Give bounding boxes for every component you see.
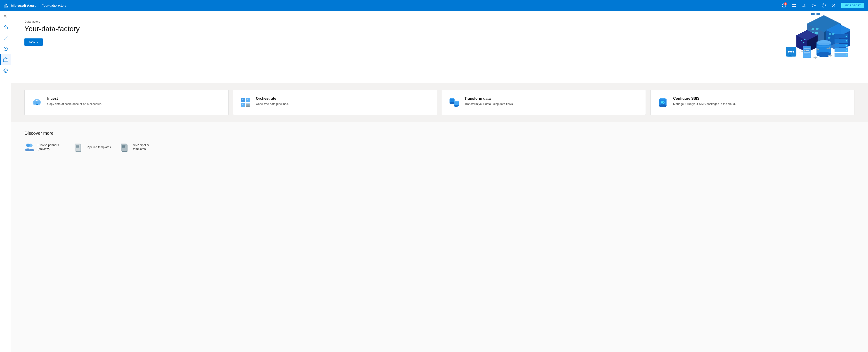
hero-title: Your-data-factory [24, 25, 855, 33]
svg-rect-20 [816, 28, 819, 30]
card-transform-title: Transform data [465, 96, 514, 100]
svg-rect-61 [804, 49, 810, 49]
pipeline-templates-icon [74, 142, 84, 152]
new-button-chevron: ▾ [37, 41, 38, 43]
svg-text:?: ? [823, 4, 824, 7]
svg-rect-6 [792, 6, 794, 7]
card-ingest-desc: Copy data at scale once or on a schedule… [47, 102, 102, 106]
new-button-label: New [29, 40, 35, 44]
discover-section: Discover more Browse partners (preview) [11, 122, 868, 161]
card-ssis-content: Configure SSIS Manage & run your SSIS pa… [673, 96, 736, 106]
cards-section: Ingest Copy data at scale once or on a s… [11, 83, 868, 122]
sap-pipeline-templates-icon [120, 142, 130, 152]
svg-point-52 [846, 45, 847, 46]
discover-item-pipeline-templates[interactable]: Pipeline templates [74, 142, 111, 152]
svg-marker-66 [813, 57, 817, 59]
sidebar-item-author[interactable] [0, 33, 11, 43]
svg-point-50 [846, 35, 847, 37]
svg-point-41 [816, 52, 831, 57]
svg-point-56 [788, 51, 790, 53]
settings-icon-btn[interactable] [810, 1, 818, 9]
svg-rect-103 [121, 144, 127, 151]
card-ingest-content: Ingest Copy data at scale once or on a s… [47, 96, 102, 106]
discover-item-browse-partners[interactable]: Browse partners (preview) [24, 142, 65, 152]
browse-partners-label: Browse partners (preview) [37, 143, 65, 151]
svg-point-37 [804, 39, 806, 40]
svg-rect-76 [242, 98, 243, 100]
svg-rect-31 [832, 33, 835, 35]
portal-icon-btn[interactable] [790, 1, 798, 9]
discover-row: Browse partners (preview) [24, 142, 855, 152]
svg-point-38 [803, 42, 804, 43]
card-orchestrate-title: Orchestrate [256, 96, 289, 100]
support-icon-btn[interactable]: ? 1 [780, 1, 788, 9]
topbar: Microsoft Azure Your-data-factory ? 1 [0, 0, 868, 11]
notifications-icon-btn[interactable] [800, 1, 808, 9]
svg-rect-19 [811, 28, 814, 30]
new-button[interactable]: New ▾ [24, 38, 43, 46]
svg-point-36 [801, 40, 802, 41]
topbar-resource-name: Your-data-factory [42, 4, 66, 7]
collapse-icon [4, 15, 7, 18]
svg-point-8 [813, 5, 814, 6]
svg-rect-7 [794, 6, 796, 7]
portal-icon [792, 3, 796, 7]
pipeline-templates-label: Pipeline templates [87, 145, 111, 149]
card-ssis-desc: Manage & run your SSIS packages in the c… [673, 102, 736, 106]
notification-badge: 1 [784, 2, 787, 5]
svg-point-42 [816, 40, 831, 46]
account-icon-btn[interactable] [830, 1, 838, 9]
sidebar-item-home[interactable] [0, 22, 11, 33]
hero-subtitle: Data factory [24, 20, 855, 23]
sidebar-item-monitor[interactable] [0, 43, 11, 54]
sidebar-toggle-btn[interactable] [1, 13, 9, 21]
graduation-icon [3, 68, 8, 73]
orchestrate-icon [240, 96, 251, 108]
svg-rect-64 [804, 54, 808, 54]
svg-point-90 [659, 104, 666, 107]
home-icon [3, 25, 8, 29]
svg-rect-32 [828, 37, 831, 39]
help-icon-btn[interactable]: ? [819, 1, 828, 9]
hero-illustration [764, 13, 850, 81]
svg-point-81 [246, 106, 250, 107]
card-orchestrate[interactable]: Orchestrate Code-free data pipelines. [233, 90, 437, 115]
svg-marker-1 [4, 4, 7, 7]
topbar-divider [39, 3, 39, 8]
svg-rect-63 [804, 52, 810, 53]
card-ingest-title: Ingest [47, 96, 102, 100]
sidebar-item-learn[interactable] [0, 65, 11, 76]
card-orchestrate-desc: Code-free data pipelines. [256, 102, 289, 106]
svg-rect-77 [247, 98, 248, 100]
card-transform[interactable]: Transform data Transform your data using… [442, 90, 646, 115]
hero-section: Data factory Your-data-factory New ▾ [11, 11, 868, 83]
topbar-icon-group: ? 1 ? [780, 1, 865, 9]
sidebar-item-manage[interactable] [0, 54, 11, 65]
svg-point-57 [790, 51, 792, 53]
card-orchestrate-content: Orchestrate Code-free data pipelines. [256, 96, 289, 106]
card-ssis-title: Configure SSIS [673, 96, 736, 100]
pencil-icon [3, 36, 8, 40]
svg-point-53 [846, 50, 847, 51]
svg-point-87 [454, 105, 459, 107]
discover-item-sap-pipeline-templates[interactable]: SAP pipeline templates [120, 142, 160, 152]
settings-icon [812, 3, 816, 7]
svg-rect-60 [803, 46, 811, 58]
card-ssis[interactable]: Configure SSIS Manage & run your SSIS pa… [650, 90, 855, 115]
svg-rect-22 [815, 32, 818, 34]
ingest-icon [31, 96, 43, 108]
svg-point-51 [846, 40, 847, 41]
svg-rect-5 [794, 4, 796, 5]
notifications-icon [802, 3, 806, 7]
brand-name: Microsoft Azure [11, 4, 36, 7]
sap-pipeline-templates-label: SAP pipeline templates [133, 143, 160, 151]
sidebar [0, 11, 11, 352]
svg-point-58 [793, 51, 794, 53]
brand-logo[interactable]: Microsoft Azure [4, 3, 36, 8]
card-ingest[interactable]: Ingest Copy data at scale once or on a s… [24, 90, 228, 115]
svg-marker-15 [3, 69, 8, 71]
user-button[interactable]: MICROSOFT [841, 3, 865, 8]
cards-row: Ingest Copy data at scale once or on a s… [24, 90, 855, 115]
svg-rect-78 [242, 104, 243, 105]
svg-rect-97 [74, 144, 81, 151]
